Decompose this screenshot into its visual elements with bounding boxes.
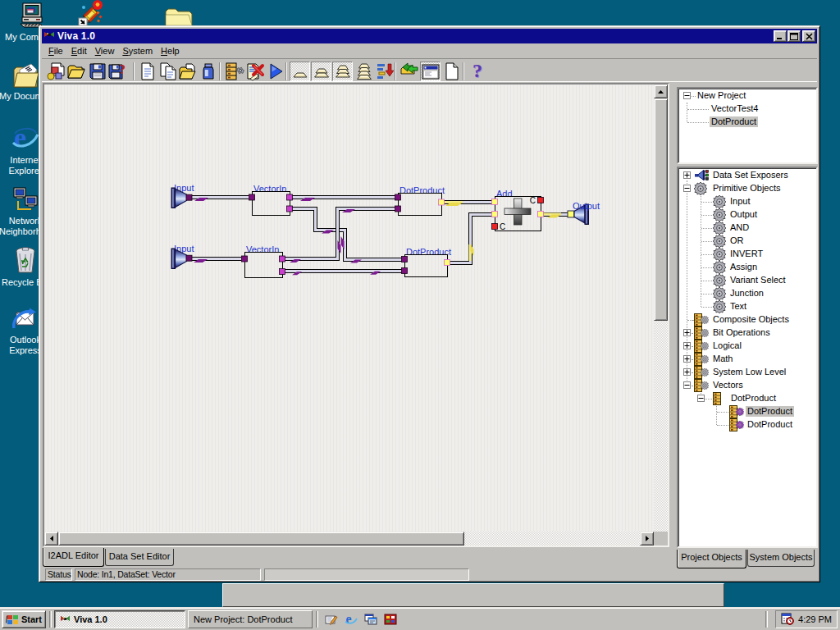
tab-system-objects[interactable]: System Objects xyxy=(747,550,815,567)
vertical-scrollbar[interactable] xyxy=(654,84,668,546)
menu-system[interactable]: System xyxy=(118,44,157,57)
tree-item-math[interactable]: Math xyxy=(711,354,734,364)
menu-help[interactable]: Help xyxy=(157,44,184,57)
node-box-dotproduct[interactable] xyxy=(404,254,447,276)
tree-item-bit-operations[interactable]: Bit Operations xyxy=(711,327,772,338)
toolbar-sort-export-button[interactable] xyxy=(374,62,395,81)
toolbar-layer3-button[interactable] xyxy=(332,62,353,81)
toolbar-layer4-button[interactable] xyxy=(354,62,374,81)
tree-expand-plus[interactable] xyxy=(683,171,691,179)
tree-item-dotproduct[interactable]: DotProduct xyxy=(729,393,778,404)
tree-expand-minus[interactable] xyxy=(683,185,691,192)
toolbar-help-button[interactable]: ?? xyxy=(467,62,487,81)
port xyxy=(395,206,401,212)
menu-view[interactable]: View xyxy=(91,44,119,57)
clock[interactable]: 4:29 PM xyxy=(798,614,832,624)
tab-i2adl-editor[interactable]: I2ADL Editor xyxy=(43,548,104,567)
node-box-vectorin[interactable] xyxy=(244,252,282,277)
scroll-right-button[interactable] xyxy=(640,532,654,546)
close-button[interactable] xyxy=(802,30,815,42)
menu-bar: FileEditViewSystemHelp xyxy=(42,43,817,58)
toolbar-green-back-button[interactable] xyxy=(399,62,419,81)
scroll-left-button[interactable] xyxy=(44,532,58,546)
tree-item-output[interactable]: Output xyxy=(728,209,759,220)
project-tree[interactable]: New ProjectVectorTest4DotProduct xyxy=(677,87,818,164)
quick-launch-media-colors-icon[interactable] xyxy=(384,613,399,626)
toolbar-new-project-button[interactable] xyxy=(45,62,66,81)
tray-calendar-clock-icon[interactable] xyxy=(781,612,794,627)
minimize-button[interactable] xyxy=(774,30,787,42)
tree-item-variant-select[interactable]: Variant Select xyxy=(728,275,788,285)
wire[interactable] xyxy=(450,214,495,262)
tree-item-data-set-exposers[interactable]: Data Set Exposers xyxy=(711,170,790,180)
port xyxy=(186,255,192,261)
quick-launch-ie-e-icon[interactable]: e xyxy=(345,613,359,626)
tree-item-or[interactable]: OR xyxy=(728,235,746,246)
menu-edit[interactable]: Edit xyxy=(67,44,91,57)
tree-connector xyxy=(701,202,712,203)
tree-item-and[interactable]: AND xyxy=(728,222,751,233)
node-box-dotproduct[interactable] xyxy=(398,193,441,215)
toolbar-blank-page-button[interactable] xyxy=(441,62,462,81)
title-bar[interactable]: Viva 1.0 xyxy=(42,29,817,43)
tree-item-invert[interactable]: INVERT xyxy=(728,249,765,259)
toolbar-copy-doc-button[interactable] xyxy=(158,62,178,81)
toolbar-folder-doc-button[interactable] xyxy=(177,62,198,81)
scroll-up-button[interactable] xyxy=(654,84,668,98)
toolbar-open-folder-button[interactable] xyxy=(66,62,86,81)
tree-item-primitive-objects[interactable]: Primitive Objects xyxy=(711,183,783,194)
tab-data-set-editor[interactable]: Data Set Editor xyxy=(105,549,174,566)
tree-expand-minus[interactable] xyxy=(683,92,691,99)
background-window[interactable] xyxy=(222,583,724,607)
node-box-vectorin[interactable] xyxy=(252,191,290,215)
tree-item-composite-objects[interactable]: Composite Objects xyxy=(711,314,791,325)
toolbar-build-drawers-button[interactable] xyxy=(224,62,244,81)
tree-item-assign[interactable]: Assign xyxy=(728,262,759,272)
tree-expand-plus[interactable] xyxy=(683,342,691,349)
toolbar-run-play-button[interactable] xyxy=(265,62,285,81)
tree-expand-plus[interactable] xyxy=(683,329,691,336)
taskbar-divider xyxy=(49,611,52,628)
toolbar-new-doc-button[interactable] xyxy=(137,62,158,81)
toolbar-delete-sheet-button[interactable] xyxy=(244,62,265,81)
tree-expand-minus[interactable] xyxy=(683,381,691,389)
i2adl-canvas[interactable]: InputInputVectorInVectorInDotProductDotP… xyxy=(44,84,654,532)
horizontal-scrollbar[interactable] xyxy=(44,532,654,546)
desktop-icon-viva-shortcut[interactable] xyxy=(64,0,116,27)
tree-item-text[interactable]: Text xyxy=(728,301,748,312)
tree-icon-cabpurple xyxy=(729,418,744,433)
tree-item-vectortest4[interactable]: VectorTest4 xyxy=(710,103,760,114)
toolbar-save-button[interactable] xyxy=(87,62,107,81)
taskbar-task-new-project-dotproduct[interactable]: New Project: DotProduct xyxy=(188,610,313,628)
start-button[interactable]: Start xyxy=(2,610,46,628)
tree-item-vectors[interactable]: Vectors xyxy=(711,380,745,390)
tree-item-logical[interactable]: Logical xyxy=(711,340,743,351)
tree-expand-plus[interactable] xyxy=(683,355,691,363)
menu-file[interactable]: File xyxy=(44,44,67,57)
tab-project-objects[interactable]: Project Objects xyxy=(677,550,746,568)
maximize-button[interactable] xyxy=(788,30,801,42)
tree-expand-plus[interactable] xyxy=(683,368,691,376)
tree-item-input[interactable]: Input xyxy=(728,196,751,207)
tree-item-junction[interactable]: Junction xyxy=(728,288,765,299)
tree-item-dotproduct[interactable]: DotProduct xyxy=(746,419,794,430)
taskbar: Start Viva 1.0New Project: DotProduct e … xyxy=(0,607,840,630)
tree-item-new-project[interactable]: New Project xyxy=(696,90,747,101)
quick-launch-channels-icon[interactable] xyxy=(364,613,379,626)
wire[interactable] xyxy=(290,209,404,260)
tree-expand-minus[interactable] xyxy=(697,395,705,402)
vscroll-thumb[interactable] xyxy=(654,98,668,321)
tree-item-dotproduct[interactable]: DotProduct xyxy=(746,406,794,417)
toolbar-layer2-button[interactable] xyxy=(311,62,331,81)
toolbar-canister-button[interactable] xyxy=(198,62,218,81)
toolbar-save-query-button[interactable]: ? xyxy=(107,62,128,81)
port xyxy=(287,206,293,212)
hscroll-thumb[interactable] xyxy=(58,532,464,546)
system-objects-tree[interactable]: Data Set ExposersPrimitive ObjectsInputO… xyxy=(677,167,818,548)
toolbar-window-view-button[interactable] xyxy=(420,62,441,81)
quick-launch-desktop-pencil-icon[interactable] xyxy=(325,613,340,626)
tree-item-dotproduct[interactable]: DotProduct xyxy=(710,116,758,127)
tree-item-system-low-level[interactable]: System Low Level xyxy=(711,367,788,377)
taskbar-task-viva-1-0[interactable]: Viva 1.0 xyxy=(54,610,185,628)
toolbar-layer1-button[interactable] xyxy=(290,62,310,81)
